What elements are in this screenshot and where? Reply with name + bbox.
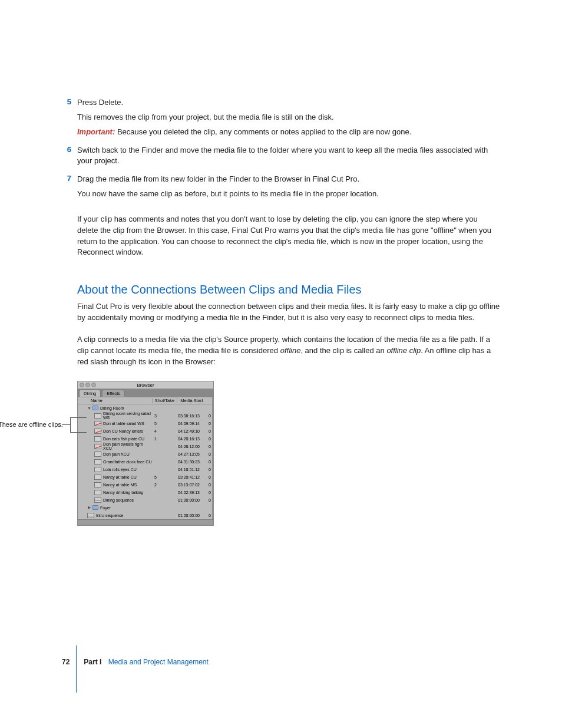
section-heading: About the Connections Between Clips and …: [77, 283, 500, 297]
col-media-start[interactable]: Media Start: [177, 398, 206, 403]
table-row[interactable]: Don pain sweats right XCU04:28:12:000: [78, 443, 212, 450]
horizontal-scrollbar[interactable]: [78, 519, 213, 525]
tab-dining[interactable]: Dining: [79, 390, 101, 397]
cell-shot: 1: [152, 437, 177, 441]
disclosure-triangle-icon[interactable]: ▼: [87, 406, 91, 410]
important-note: Important: Because you deleted the clip,…: [77, 127, 500, 138]
table-row[interactable]: Don at table salad WS504:09:59:140: [78, 420, 212, 427]
clip-name: Don CU Nancy enters: [103, 429, 143, 433]
offline-clip-icon: [94, 429, 101, 434]
window-titlebar: Browser: [78, 381, 213, 389]
cell-extra: 0: [206, 444, 212, 449]
cell-shot: 4: [152, 429, 177, 433]
table-row[interactable]: Nancy at table MS203:13:07:020: [78, 481, 212, 489]
step-body: Drag the media file from its new folder …: [77, 174, 500, 203]
cell-extra: 0: [206, 421, 212, 426]
minimize-icon[interactable]: [85, 383, 90, 387]
step-5: 5 Press Delete. This removes the clip fr…: [62, 97, 500, 141]
zoom-icon[interactable]: [91, 383, 96, 387]
clip-name: Intro sequence: [96, 513, 123, 518]
important-text: Because you deleted the clip, any commen…: [115, 127, 411, 136]
text-fragment: , and the clip is called an: [300, 346, 386, 355]
cell-extra: 0: [206, 460, 212, 464]
traffic-lights[interactable]: [80, 383, 96, 387]
clip-name: Don eats fish plate CU: [103, 437, 144, 441]
browser-rows: ▼Dining RoomDining room serving salad WS…: [78, 404, 212, 519]
body-paragraph: A clip connects to a media file via the …: [77, 334, 500, 368]
sequence-icon: [94, 498, 101, 503]
cell-media-start: 04:31:30:23: [177, 460, 206, 464]
table-row[interactable]: Don CU Nancy enters404:12:49:100: [78, 427, 212, 435]
cell-extra: 0: [206, 414, 212, 418]
clip-icon: [94, 436, 101, 442]
table-row[interactable]: Don pain XCU04:27:13:050: [78, 450, 212, 458]
table-row[interactable]: Lola rolls eyes CU04:18:51:120: [78, 466, 212, 473]
table-row[interactable]: Grandfather clock face CU04:31:30:230: [78, 458, 212, 466]
cell-extra: 0: [206, 437, 212, 441]
body-paragraph: If your clip has comments and notes that…: [77, 214, 500, 258]
clip-icon: [94, 413, 101, 419]
clip-icon: [94, 475, 101, 480]
step-text: You now have the same clip as before, bu…: [77, 189, 500, 200]
close-icon[interactable]: [80, 383, 84, 387]
table-row[interactable]: ▶Foyer: [78, 504, 212, 512]
cell-media-start: 01:00:00:00: [177, 498, 206, 502]
table-row[interactable]: Dining sequence01:00:00:000: [78, 496, 212, 504]
cell-media-start: 01:00:00:00: [177, 513, 206, 518]
cell-extra: 0: [206, 498, 212, 502]
browser-figure: These are offline clips. Browser Dining …: [77, 381, 500, 526]
callout-bracket: [70, 417, 87, 433]
cell-media-start: 04:28:12:00: [177, 444, 206, 449]
clip-icon: [94, 467, 101, 472]
vertical-scrollbar[interactable]: [212, 397, 213, 519]
cell-extra: 0: [206, 452, 212, 456]
step-number: 7: [62, 174, 77, 203]
clip-name: Don pain sweats right XCU: [103, 442, 152, 450]
folder-icon: [92, 505, 98, 510]
table-row[interactable]: Dining room serving salad WS303:08:16:13…: [78, 412, 212, 420]
table-row[interactable]: Nancy at table CU503:20:41:120: [78, 473, 212, 481]
step-7: 7 Drag the media file from its new folde…: [62, 174, 500, 203]
body-paragraph: Final Cut Pro is very flexible about the…: [77, 301, 500, 324]
clip-name: Lola rolls eyes CU: [103, 467, 137, 472]
table-row[interactable]: Don eats fish plate CU104:20:16:130: [78, 435, 212, 443]
cell-extra: 0: [206, 513, 212, 518]
disclosure-triangle-icon[interactable]: ▶: [87, 505, 91, 510]
page-number: 72: [62, 658, 70, 666]
part-title: Media and Project Management: [108, 658, 209, 666]
col-shot[interactable]: Shot/Take: [152, 398, 177, 403]
callout-line: [62, 424, 70, 425]
cell-media-start: 03:08:16:13: [177, 414, 206, 418]
cell-media-start: 03:13:07:02: [177, 483, 206, 487]
col-name[interactable]: Name: [78, 398, 152, 403]
window-title: Browser: [137, 383, 154, 388]
clip-icon: [94, 459, 101, 465]
clip-name: Nancy at table CU: [103, 475, 137, 479]
clip-icon: [94, 482, 101, 487]
important-label: Important:: [77, 127, 115, 136]
clip-name: Dining room serving salad WS: [103, 411, 152, 420]
clip-name: Nancy at table MS: [103, 483, 137, 487]
tab-effects[interactable]: Effects: [102, 390, 125, 397]
clip-name: Dining sequence: [103, 498, 134, 502]
clip-name: Don at table salad WS: [103, 421, 144, 426]
table-row[interactable]: ▼Dining Room: [78, 404, 212, 412]
step-body: Press Delete. This removes the clip from…: [77, 97, 500, 141]
cell-media-start: 03:20:41:12: [177, 475, 206, 479]
table-row[interactable]: Intro sequence01:00:00:000: [78, 512, 212, 519]
step-text: Drag the media file from its new folder …: [77, 174, 500, 185]
clip-icon: [94, 452, 101, 457]
step-6: 6 Switch back to the Finder and move the…: [62, 145, 500, 171]
step-number: 5: [62, 97, 77, 141]
footer-rule: [76, 645, 77, 693]
tab-bar: Dining Effects: [78, 389, 213, 397]
table-row[interactable]: Nancy drinking talking04:02:39:130: [78, 489, 212, 496]
cell-extra: 0: [206, 483, 212, 487]
offline-clip-icon: [94, 444, 101, 449]
cell-extra: 0: [206, 429, 212, 433]
step-text: Switch back to the Finder and move the m…: [77, 145, 500, 167]
italic-term: offline: [280, 346, 301, 355]
step-number: 6: [62, 145, 77, 171]
clip-name: Foyer: [100, 506, 111, 510]
clip-icon: [94, 490, 101, 495]
